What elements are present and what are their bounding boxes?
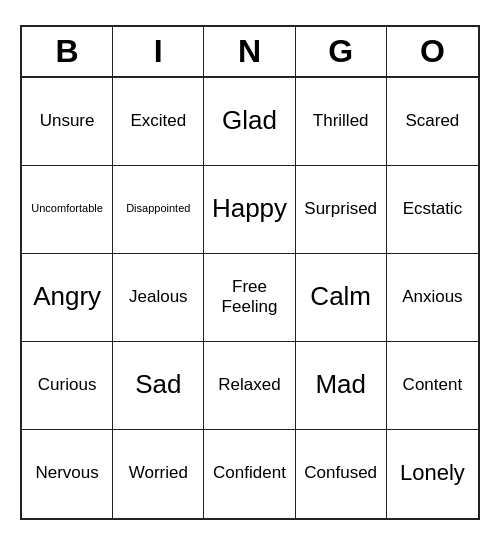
cell-text: Jealous: [129, 287, 188, 307]
bingo-cell: Confused: [296, 430, 387, 518]
cell-text: Happy: [212, 193, 287, 224]
bingo-cell: Relaxed: [204, 342, 295, 430]
cell-text: Relaxed: [218, 375, 280, 395]
bingo-cell: Ecstatic: [387, 166, 478, 254]
bingo-cell: Angry: [22, 254, 113, 342]
cell-text: Curious: [38, 375, 97, 395]
cell-text: Confused: [304, 463, 377, 483]
bingo-cell: Excited: [113, 78, 204, 166]
bingo-cell: Free Feeling: [204, 254, 295, 342]
bingo-cell: Surprised: [296, 166, 387, 254]
bingo-cell: Disappointed: [113, 166, 204, 254]
cell-text: Mad: [315, 369, 366, 400]
cell-text: Scared: [405, 111, 459, 131]
bingo-cell: Jealous: [113, 254, 204, 342]
cell-text: Ecstatic: [403, 199, 463, 219]
bingo-cell: Happy: [204, 166, 295, 254]
header-letter: I: [113, 27, 204, 76]
header-letter: O: [387, 27, 478, 76]
cell-text: Excited: [130, 111, 186, 131]
bingo-cell: Glad: [204, 78, 295, 166]
bingo-cell: Worried: [113, 430, 204, 518]
bingo-cell: Uncomfortable: [22, 166, 113, 254]
bingo-cell: Content: [387, 342, 478, 430]
bingo-cell: Confident: [204, 430, 295, 518]
bingo-cell: Scared: [387, 78, 478, 166]
bingo-cell: Sad: [113, 342, 204, 430]
cell-text: Uncomfortable: [31, 202, 103, 215]
cell-text: Calm: [310, 281, 371, 312]
bingo-cell: Curious: [22, 342, 113, 430]
cell-text: Surprised: [304, 199, 377, 219]
bingo-header: BINGO: [22, 27, 478, 78]
bingo-cell: Calm: [296, 254, 387, 342]
bingo-card: BINGO UnsureExcitedGladThrilledScaredUnc…: [20, 25, 480, 520]
cell-text: Anxious: [402, 287, 462, 307]
cell-text: Free Feeling: [222, 277, 278, 318]
bingo-cell: Unsure: [22, 78, 113, 166]
bingo-cell: Lonely: [387, 430, 478, 518]
header-letter: G: [296, 27, 387, 76]
cell-text: Thrilled: [313, 111, 369, 131]
bingo-cell: Nervous: [22, 430, 113, 518]
cell-text: Disappointed: [126, 202, 190, 215]
cell-text: Confident: [213, 463, 286, 483]
bingo-cell: Mad: [296, 342, 387, 430]
cell-text: Nervous: [35, 463, 98, 483]
header-letter: B: [22, 27, 113, 76]
cell-text: Lonely: [400, 460, 465, 486]
cell-text: Glad: [222, 105, 277, 136]
header-letter: N: [204, 27, 295, 76]
bingo-grid: UnsureExcitedGladThrilledScaredUncomfort…: [22, 78, 478, 518]
cell-text: Worried: [129, 463, 188, 483]
cell-text: Content: [403, 375, 463, 395]
bingo-cell: Anxious: [387, 254, 478, 342]
cell-text: Unsure: [40, 111, 95, 131]
cell-text: Angry: [33, 281, 101, 312]
bingo-cell: Thrilled: [296, 78, 387, 166]
cell-text: Sad: [135, 369, 181, 400]
